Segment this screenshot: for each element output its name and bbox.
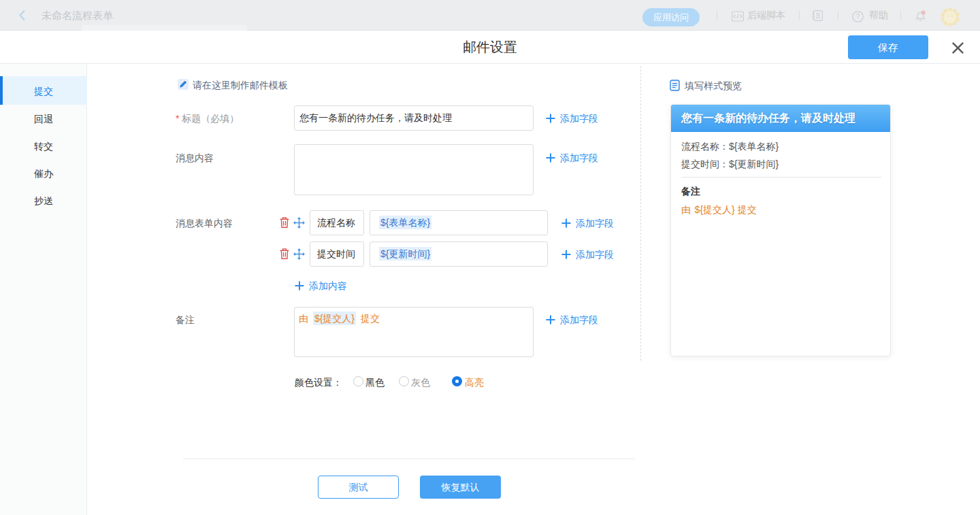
- svg-text:?: ?: [856, 13, 860, 20]
